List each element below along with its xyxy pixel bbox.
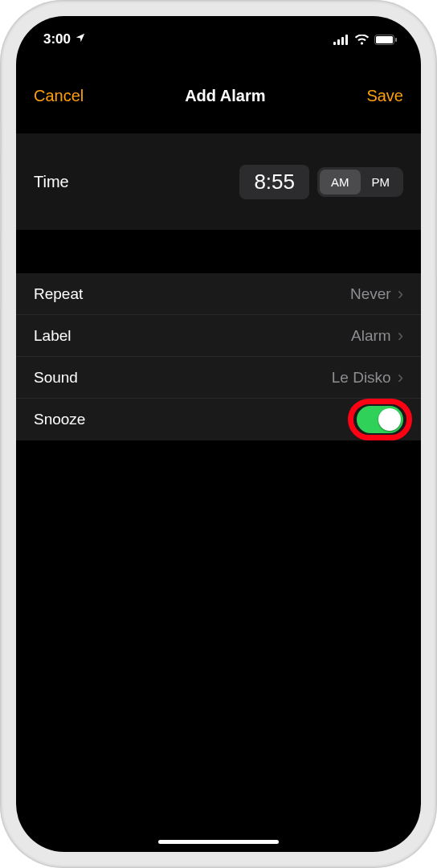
svg-rect-1 <box>337 39 340 45</box>
pm-option[interactable]: PM <box>361 170 402 194</box>
snooze-label: Snooze <box>34 411 85 428</box>
status-bar: 3:00 <box>16 16 421 58</box>
chevron-right-icon: › <box>398 326 403 346</box>
location-icon <box>75 31 86 47</box>
time-picker[interactable]: 8:55 <box>239 165 309 199</box>
time-label: Time <box>34 173 69 191</box>
chevron-right-icon: › <box>398 284 403 305</box>
snooze-toggle[interactable] <box>357 406 403 433</box>
wifi-icon <box>354 35 370 45</box>
ampm-segmented-control[interactable]: AM PM <box>317 167 403 197</box>
label-row[interactable]: Label Alarm › <box>16 315 421 357</box>
page-title: Add Alarm <box>185 87 265 105</box>
home-indicator[interactable] <box>158 840 279 844</box>
repeat-value: Never <box>350 285 391 303</box>
am-option[interactable]: AM <box>320 170 361 194</box>
toggle-knob <box>378 408 401 431</box>
save-button[interactable]: Save <box>366 87 403 105</box>
repeat-label: Repeat <box>34 285 83 303</box>
label-value: Alarm <box>351 327 391 345</box>
chevron-right-icon: › <box>398 367 403 388</box>
sound-row[interactable]: Sound Le Disko › <box>16 357 421 399</box>
status-time: 3:00 <box>43 31 71 47</box>
svg-rect-3 <box>345 35 348 45</box>
label-label: Label <box>34 327 71 345</box>
sound-value: Le Disko <box>332 369 391 387</box>
repeat-row[interactable]: Repeat Never › <box>16 273 421 315</box>
cellular-signal-icon <box>333 35 349 45</box>
svg-rect-5 <box>376 36 393 43</box>
settings-list: Repeat Never › Label Alarm › Sound Le Di… <box>16 273 421 440</box>
mute-switch[interactable] <box>0 125 2 153</box>
svg-rect-2 <box>341 37 344 45</box>
volume-down-button[interactable] <box>0 249 2 305</box>
cancel-button[interactable]: Cancel <box>34 87 84 105</box>
nav-bar: Cancel Add Alarm Save <box>16 58 421 133</box>
device-frame: 3:00 <box>0 0 437 868</box>
svg-rect-0 <box>333 42 336 45</box>
svg-rect-6 <box>395 38 397 42</box>
screen: 3:00 <box>16 16 421 852</box>
sound-label: Sound <box>34 369 78 387</box>
snooze-row: Snooze <box>16 399 421 440</box>
volume-up-button[interactable] <box>0 177 2 233</box>
battery-icon <box>374 35 397 45</box>
time-row: Time 8:55 AM PM <box>16 133 421 230</box>
